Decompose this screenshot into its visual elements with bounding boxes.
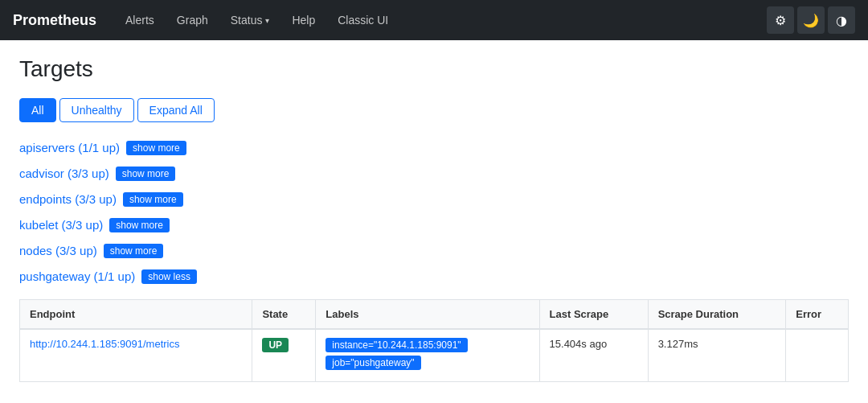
show-more-cadvisor[interactable]: show more	[116, 167, 176, 181]
target-group-label-pushgateway[interactable]: pushgateway (1/1 up)	[19, 267, 135, 286]
table-body: http://10.244.1.185:9091/metrics UP inst…	[20, 329, 849, 382]
col-scrape-duration: Scrape Duration	[648, 300, 786, 330]
endpoint-link[interactable]: http://10.244.1.185:9091/metrics	[30, 338, 179, 350]
cell-scrape-duration: 3.127ms	[648, 329, 786, 382]
target-group-nodes: nodes (3/3 up) show more	[19, 241, 849, 261]
label-job: job="pushgateway"	[326, 356, 420, 370]
settings-icon: ⚙	[775, 13, 786, 28]
target-group-label-cadvisor[interactable]: cadvisor (3/3 up)	[19, 164, 109, 183]
filter-all[interactable]: All	[19, 98, 56, 122]
cell-endpoint: http://10.244.1.185:9091/metrics	[20, 329, 252, 382]
col-state: State	[252, 300, 316, 330]
col-endpoint: Endpoint	[20, 300, 252, 330]
contrast-button[interactable]: ◑	[828, 6, 855, 34]
table-row: http://10.244.1.185:9091/metrics UP inst…	[20, 329, 849, 382]
settings-button[interactable]: ⚙	[767, 6, 794, 34]
page-title: Targets	[19, 56, 849, 82]
chevron-down-icon: ▾	[265, 16, 269, 25]
col-error: Error	[786, 300, 849, 330]
moon-icon: 🌙	[803, 13, 819, 28]
filter-expand-all[interactable]: Expand All	[137, 98, 215, 122]
show-less-pushgateway[interactable]: show less	[141, 269, 197, 284]
target-group-cadvisor: cadvisor (3/3 up) show more	[19, 164, 849, 183]
navbar-icon-group: ⚙ 🌙 ◑	[767, 6, 855, 34]
cell-labels: instance="10.244.1.185:9091" job="pushga…	[316, 329, 539, 382]
target-group-kubelet: kubelet (3/3 up) show more	[19, 216, 849, 235]
target-group-pushgateway: pushgateway (1/1 up) show less	[19, 267, 849, 286]
state-badge: UP	[262, 338, 289, 352]
filter-unhealthy[interactable]: Unhealthy	[59, 98, 134, 122]
target-group-label-endpoints[interactable]: endpoints (3/3 up)	[19, 190, 117, 209]
main-content: Targets All Unhealthy Expand All apiserv…	[0, 40, 868, 398]
nav-status-dropdown[interactable]: Status ▾	[221, 7, 280, 33]
target-group-label-nodes[interactable]: nodes (3/3 up)	[19, 241, 97, 261]
show-more-apiservers[interactable]: show more	[126, 141, 186, 155]
nav-status[interactable]: Status ▾	[221, 7, 280, 33]
target-group-apiservers: apiservers (1/1 up) show more	[19, 138, 849, 158]
show-more-kubelet[interactable]: show more	[109, 218, 170, 232]
target-group-label-apiservers[interactable]: apiservers (1/1 up)	[19, 138, 120, 158]
label-instance: instance="10.244.1.185:9091"	[326, 338, 467, 352]
nav-classic-ui[interactable]: Classic UI	[328, 7, 398, 33]
brand-link[interactable]: Prometheus	[13, 12, 96, 29]
cell-state: UP	[252, 329, 316, 382]
target-group-label-kubelet[interactable]: kubelet (3/3 up)	[19, 216, 103, 235]
table-header: Endpoint State Labels Last Scrape Scrape…	[20, 300, 849, 330]
table-header-row: Endpoint State Labels Last Scrape Scrape…	[20, 300, 849, 330]
navbar: Prometheus Alerts Graph Status ▾ Help Cl…	[0, 0, 868, 40]
target-group-endpoints: endpoints (3/3 up) show more	[19, 190, 849, 209]
target-groups: apiservers (1/1 up) show more cadvisor (…	[19, 138, 849, 286]
targets-table: Endpoint State Labels Last Scrape Scrape…	[19, 299, 849, 382]
dark-mode-button[interactable]: 🌙	[797, 6, 825, 34]
nav-alerts[interactable]: Alerts	[116, 7, 164, 33]
cell-last-scrape: 15.404s ago	[539, 329, 648, 382]
show-more-nodes[interactable]: show more	[104, 244, 164, 258]
nav-graph[interactable]: Graph	[167, 7, 218, 33]
show-more-endpoints[interactable]: show more	[123, 192, 183, 207]
col-last-scrape: Last Scrape	[539, 300, 648, 330]
col-labels: Labels	[316, 300, 539, 330]
nav-help[interactable]: Help	[282, 7, 325, 33]
nav-status-label: Status	[231, 14, 263, 27]
filter-buttons: All Unhealthy Expand All	[19, 98, 849, 122]
cell-error	[786, 329, 849, 382]
contrast-icon: ◑	[836, 13, 847, 28]
nav-links: Alerts Graph Status ▾ Help Classic UI	[116, 7, 767, 33]
